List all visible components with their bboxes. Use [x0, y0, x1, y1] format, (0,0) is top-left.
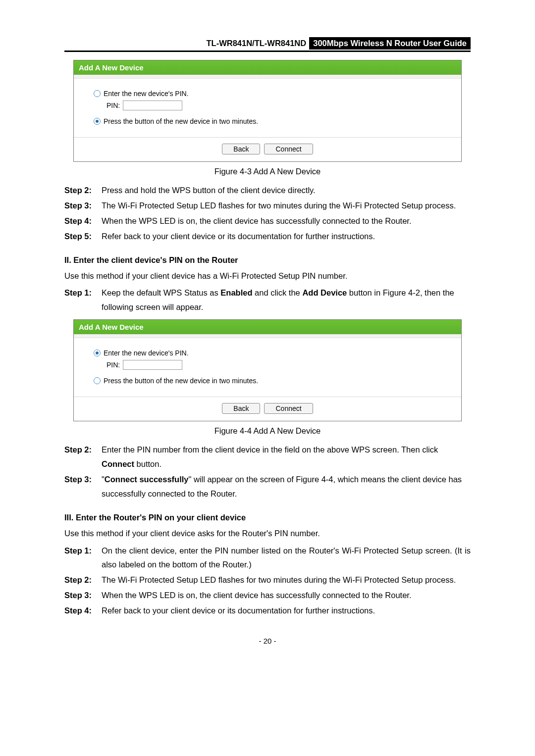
pin-label: PIN:: [107, 361, 120, 369]
step-label: Step 1:: [64, 544, 102, 572]
figure-caption-4-4: Figure 4-4 Add A New Device: [64, 426, 471, 436]
pin-input[interactable]: [123, 101, 182, 110]
dialog-title: Add A New Device: [74, 60, 461, 75]
step-label: Step 5:: [64, 229, 102, 244]
section-heading-iii: III. Enter the Router's PIN on your clie…: [64, 513, 471, 522]
step-text: "Connect successfully" will appear on th…: [102, 472, 471, 501]
figure-caption-4-3: Figure 4-3 Add A New Device: [64, 167, 471, 176]
radio-option-enter-pin[interactable]: Enter the new device's PIN.: [94, 349, 441, 357]
radio-icon: [94, 90, 101, 97]
step-row: Step 2: Press and hold the WPS button of…: [64, 183, 471, 198]
radio-option-press-button[interactable]: Press the button of the new device in tw…: [94, 377, 441, 385]
step-label: Step 3:: [64, 588, 102, 603]
step-row: Step 4: Refer back to your client device…: [64, 604, 471, 618]
radio-icon: [94, 377, 101, 384]
pin-input[interactable]: [123, 360, 182, 370]
text: Keep the default WPS Status as: [102, 288, 220, 297]
add-device-dialog-1: Add A New Device Enter the new device's …: [73, 60, 462, 162]
header-title: 300Mbps Wireless N Router User Guide: [309, 37, 471, 50]
text-bold: Add Device: [302, 288, 347, 297]
header-model: TL-WR841N/TL-WR841ND: [207, 39, 310, 48]
step-row: Step 3: "Connect successfully" will appe…: [64, 472, 471, 501]
step-label: Step 2:: [64, 443, 102, 471]
step-label: Step 2:: [64, 183, 102, 198]
text-bold: Connect: [102, 459, 134, 468]
step-text: On the client device, enter the PIN numb…: [102, 544, 471, 572]
step-label: Step 4:: [64, 604, 102, 618]
radio-icon: [94, 350, 101, 356]
step-text: The Wi-Fi Protected Setup LED flashes fo…: [102, 573, 471, 587]
page-header: TL-WR841N/TL-WR841ND 300Mbps Wireless N …: [64, 37, 471, 52]
radio-label: Press the button of the new device in tw…: [104, 117, 258, 125]
paragraph: Use this method if your client device as…: [64, 526, 471, 541]
step-label: Step 3:: [64, 472, 102, 501]
radio-label: Press the button of the new device in tw…: [104, 377, 258, 385]
step-label: Step 4:: [64, 214, 102, 228]
radio-label: Enter the new device's PIN.: [104, 349, 189, 357]
step-label: Step 3:: [64, 199, 102, 213]
back-button[interactable]: Back: [222, 403, 260, 414]
pin-row: PIN:: [107, 101, 441, 110]
section-heading-ii: II. Enter the client device's PIN on the…: [64, 255, 471, 265]
radio-option-press-button[interactable]: Press the button of the new device in tw…: [94, 117, 441, 125]
add-device-dialog-2: Add A New Device Enter the new device's …: [73, 319, 462, 421]
radio-label: Enter the new device's PIN.: [104, 90, 189, 98]
page-number: - 20 -: [64, 637, 471, 645]
step-text: Refer back to your client device or its …: [102, 229, 471, 244]
step-text: The Wi-Fi Protected Setup LED flashes fo…: [102, 199, 471, 213]
radio-option-enter-pin[interactable]: Enter the new device's PIN.: [94, 90, 441, 98]
step-row: Step 2: Enter the PIN number from the cl…: [64, 443, 471, 471]
connect-button[interactable]: Connect: [264, 144, 313, 154]
step-row: Step 1: On the client device, enter the …: [64, 544, 471, 572]
pin-row: PIN:: [107, 360, 441, 370]
step-row: Step 2: The Wi-Fi Protected Setup LED fl…: [64, 573, 471, 587]
text-bold: Connect successfully: [105, 475, 189, 484]
paragraph: Use this method if your client device ha…: [64, 269, 471, 283]
dialog-body: Enter the new device's PIN. PIN: Press t…: [74, 338, 461, 397]
dialog-title: Add A New Device: [74, 320, 461, 334]
connect-button[interactable]: Connect: [264, 403, 313, 414]
step-row: Step 4: When the WPS LED is on, the clie…: [64, 214, 471, 228]
step-text: Keep the default WPS Status as Enabled a…: [102, 286, 471, 314]
step-row: Step 3: The Wi-Fi Protected Setup LED fl…: [64, 199, 471, 213]
text: Enter the PIN number from the client dev…: [102, 445, 438, 454]
step-label: Step 1:: [64, 286, 102, 314]
step-label: Step 2:: [64, 573, 102, 587]
step-text: Press and hold the WPS button of the cli…: [102, 183, 471, 198]
dialog-footer: Back Connect: [74, 137, 461, 161]
step-text: When the WPS LED is on, the client devic…: [102, 588, 471, 603]
step-row: Step 3: When the WPS LED is on, the clie…: [64, 588, 471, 603]
text: and click the: [253, 288, 303, 297]
text: button.: [134, 459, 161, 468]
dialog-strip: [74, 75, 461, 79]
step-text: Enter the PIN number from the client dev…: [102, 443, 471, 471]
dialog-footer: Back Connect: [74, 397, 461, 421]
step-text: When the WPS LED is on, the client devic…: [102, 214, 471, 228]
step-row: Step 1: Keep the default WPS Status as E…: [64, 286, 471, 314]
text-bold: Enabled: [220, 288, 252, 297]
pin-label: PIN:: [107, 101, 120, 109]
step-text: Refer back to your client device or its …: [102, 604, 471, 618]
dialog-strip: [74, 334, 461, 338]
dialog-body: Enter the new device's PIN. PIN: Press t…: [74, 79, 461, 137]
back-button[interactable]: Back: [222, 144, 260, 154]
page: TL-WR841N/TL-WR841ND 300Mbps Wireless N …: [0, 0, 535, 665]
step-row: Step 5: Refer back to your client device…: [64, 229, 471, 244]
radio-icon: [94, 118, 101, 125]
